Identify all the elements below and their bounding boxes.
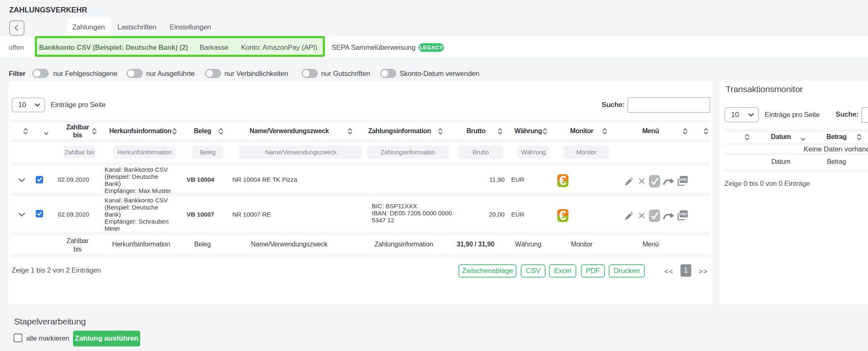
- svg-text:PDF: PDF: [680, 178, 687, 182]
- svg-text:PDF: PDF: [680, 212, 687, 216]
